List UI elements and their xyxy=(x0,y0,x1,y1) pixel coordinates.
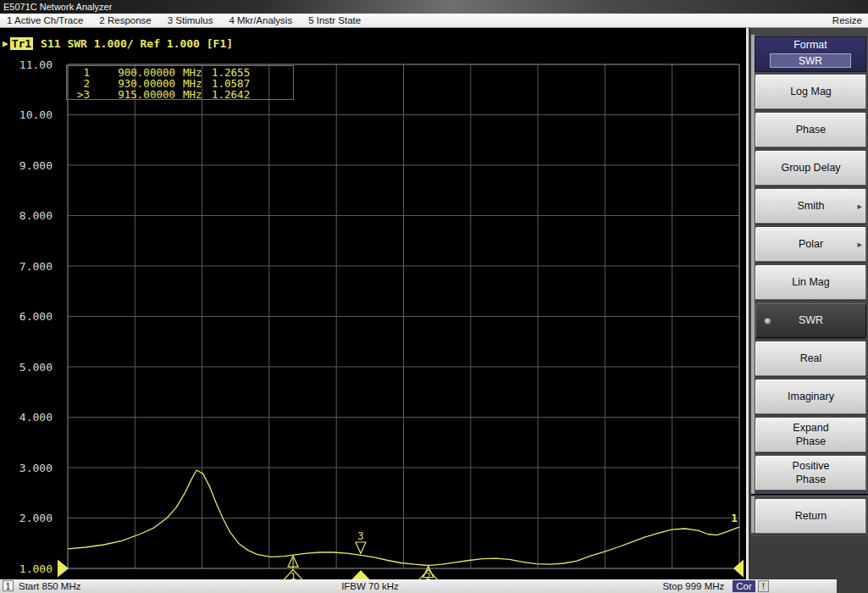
alert-badge: ! xyxy=(758,580,769,592)
menu-item-4[interactable]: 4 Mkr/Analysis xyxy=(229,15,292,25)
softkey-divider xyxy=(751,494,868,496)
softkey-expand-phase[interactable]: Expand Phase xyxy=(755,418,866,452)
y-axis-tick-label: 8.000 xyxy=(19,209,53,222)
ifbw-label: IFBW 70 kHz xyxy=(341,579,399,593)
marker-1[interactable]: 1 xyxy=(283,556,303,579)
status-bar: 1 Start 850 MHz IFBW 70 kHz Stop 999 MHz… xyxy=(0,579,837,593)
channel-indicator: 1 xyxy=(3,580,14,591)
softkey-lin-mag[interactable]: Lin Mag xyxy=(755,265,866,300)
marker-table: 1900.00000MHz1.26552930.00000MHz1.0587>3… xyxy=(67,66,294,102)
trace1-badge[interactable]: Tr1 xyxy=(10,37,33,50)
y-axis-tick-label: 3.000 xyxy=(19,462,53,474)
svg-text:2: 2 xyxy=(426,571,431,579)
softkey-menu: Format SWR Log MagPhaseGroup DelaySmith▸… xyxy=(751,28,868,593)
svg-text:1: 1 xyxy=(290,571,296,579)
softkey-label: Lin Mag xyxy=(792,276,829,290)
softkey-imaginary[interactable]: Imaginary xyxy=(755,380,866,414)
y-axis-tick-label: 5.000 xyxy=(19,361,53,374)
y-axis-tick-label: 7.000 xyxy=(19,260,53,273)
marker-table-row: >3915.00000MHz1.2642 xyxy=(77,88,250,101)
reference-level-left-icon xyxy=(58,560,69,578)
softkey-menu-current-value: SWR xyxy=(770,53,851,68)
softkey-phase[interactable]: Phase xyxy=(755,113,866,147)
softkey-positive-phase[interactable]: Positive Phase xyxy=(755,456,866,490)
resize-control[interactable]: Resize xyxy=(832,14,862,27)
softkey-label: Imaginary xyxy=(788,391,834,404)
y-axis-tick-label: 11.00 xyxy=(19,58,53,71)
y-axis-tick-label: 4.000 xyxy=(19,411,53,424)
softkey-log-mag[interactable]: Log Mag xyxy=(755,75,866,109)
softkey-scroll-strip xyxy=(751,35,755,533)
correction-badge: Cor xyxy=(733,580,755,592)
softkey-label: Expand Phase xyxy=(793,422,828,448)
softkey-polar[interactable]: Polar▸ xyxy=(755,227,866,262)
softkey-menu-title: Format xyxy=(755,37,865,53)
y-axis-tick-label: 2.000 xyxy=(19,512,53,524)
softkey-smith[interactable]: Smith▸ xyxy=(755,189,866,224)
stop-frequency-label: Stop 999 MHz xyxy=(662,579,724,593)
softkey-label: Real xyxy=(800,352,822,366)
y-axis-tick-label: 1.000 xyxy=(19,563,53,575)
y-axis-tick-label: 9.000 xyxy=(19,159,53,172)
softkey-swr[interactable]: SWR xyxy=(755,303,866,338)
softkey-menu-header: Format SWR xyxy=(755,36,866,72)
submenu-arrow-icon: ▸ xyxy=(857,239,862,251)
trace-end-number: 1 xyxy=(731,512,738,524)
softkey-label: Positive Phase xyxy=(793,460,830,486)
menu-item-2[interactable]: 2 Response xyxy=(99,15,151,25)
softkey-real[interactable]: Real xyxy=(755,341,866,376)
softkey-return[interactable]: Return xyxy=(755,499,866,534)
status-bar-right-group: Stop 999 MHz Cor ! xyxy=(662,579,769,593)
softkey-label: Polar xyxy=(799,238,823,252)
menu-item-3[interactable]: 3 Stimulus xyxy=(168,15,213,25)
reference-level-right-icon xyxy=(733,560,744,578)
trace1-format-text: S11 SWR 1.000/ Ref 1.000 [F1] xyxy=(41,37,233,50)
softkey-label: SWR xyxy=(799,314,823,328)
y-axis-tick-label: 6.000 xyxy=(19,310,53,323)
selected-led-icon xyxy=(764,317,771,324)
softkey-label: Group Delay xyxy=(781,162,840,175)
menu-bar: 1 Active Ch/Trace2 Response3 Stimulus4 M… xyxy=(0,14,868,28)
menu-item-1[interactable]: 1 Active Ch/Trace xyxy=(7,15,83,25)
softkey-group-delay[interactable]: Group Delay xyxy=(755,151,866,186)
softkey-list: Log MagPhaseGroup DelaySmith▸Polar▸Lin M… xyxy=(755,75,866,537)
start-frequency-label: Start 850 MHz xyxy=(19,579,81,593)
svg-text:3: 3 xyxy=(357,530,363,542)
trace-status-line: ▶ Tr1 S11 SWR 1.000/ Ref 1.000 [F1] xyxy=(3,37,233,50)
app-window: E5071C Network Analyzer 1 Active Ch/Trac… xyxy=(0,0,868,593)
graticule: 11.0010.009.0008.0007.0006.0005.0004.000… xyxy=(19,58,739,575)
softkey-label: Return xyxy=(795,510,827,524)
y-axis-tick-label: 10.00 xyxy=(19,108,53,121)
plot-area: 11.0010.009.0008.0007.0006.0005.0004.000… xyxy=(0,28,749,579)
softkey-label: Smith xyxy=(798,200,825,213)
softkey-label: Phase xyxy=(796,124,826,137)
menu-item-5[interactable]: 5 Instr State xyxy=(308,15,361,25)
window-title: E5071C Network Analyzer xyxy=(3,2,112,12)
title-bar: E5071C Network Analyzer xyxy=(0,0,868,14)
display-area: 11.0010.009.0008.0007.0006.0005.0004.000… xyxy=(0,28,749,579)
menu-items: 1 Active Ch/Trace2 Response3 Stimulus4 M… xyxy=(0,15,361,25)
active-trace-arrow-icon: ▶ xyxy=(3,38,8,49)
softkey-label: Log Mag xyxy=(790,86,832,99)
submenu-arrow-icon: ▸ xyxy=(857,201,862,213)
